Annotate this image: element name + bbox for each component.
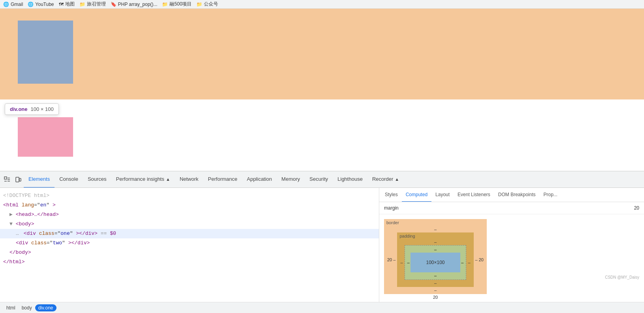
bookmark-item-5[interactable]: 📁 融500项目 [162,1,192,7]
recorder-badge: ▲ [395,177,399,179]
bookmark-item-4[interactable]: 🔖 PHP array_pop()... [111,2,158,7]
tab-performance[interactable]: Performance [203,171,242,178]
tab-application[interactable]: Application [242,171,277,178]
blue-div-element [18,21,73,84]
bookmark-gmail[interactable]: 🌐 Gmail [3,2,23,7]
tab-console[interactable]: Console [55,171,83,178]
folder-icon-3: 📁 [196,2,202,7]
tab-performance-insights[interactable]: Performance insights ▲ [111,171,175,178]
gmail-icon: 🌐 [3,2,9,7]
svg-rect-6 [19,178,21,179]
svg-rect-0 [4,177,7,179]
folder-icon-2: 📁 [162,2,168,7]
tab-security[interactable]: Security [305,171,333,178]
tab-lighthouse[interactable]: Lighthouse [333,171,367,178]
folder-icon: 📁 [79,2,85,7]
map-icon: 🗺 [59,2,64,7]
tooltip-class-name: div.one [10,106,28,112]
bookmark-youtube[interactable]: 🌐 YouTube [28,2,54,7]
tooltip-size: 100 × 100 [31,106,54,112]
svg-rect-5 [16,177,19,179]
inspect-element-button[interactable] [2,174,13,179]
bookmark-item-6[interactable]: 📁 公众号 [196,1,218,7]
performance-insights-badge: ▲ [166,177,170,179]
youtube-icon: 🌐 [28,2,34,7]
tab-recorder[interactable]: Recorder ▲ [367,171,404,178]
element-tooltip: div.one 100 × 100 [5,103,59,115]
bookmark-item-3[interactable]: 📁 旅召管理 [79,1,106,7]
devtools-tab-bar: Elements Console Sources Performance ins… [0,171,644,178]
bookmark-icon: 🔖 [111,2,117,7]
tab-memory[interactable]: Memory [277,171,305,178]
tab-elements[interactable]: Elements [24,171,55,178]
bookmark-bar: 🌐 Gmail 🌐 YouTube 🗺 地图 📁 旅召管理 🔖 PHP arra… [0,0,644,9]
tab-network[interactable]: Network [175,171,203,178]
device-toolbar-button[interactable] [13,174,24,179]
devtools-panel: Elements Console Sources Performance ins… [0,171,644,178]
pink-div-element [18,117,73,157]
browser-content: div.one 100 × 100 [0,9,644,178]
peach-background [0,9,644,99]
bookmark-map[interactable]: 🗺 地图 [59,1,75,7]
tab-sources[interactable]: Sources [83,171,111,178]
